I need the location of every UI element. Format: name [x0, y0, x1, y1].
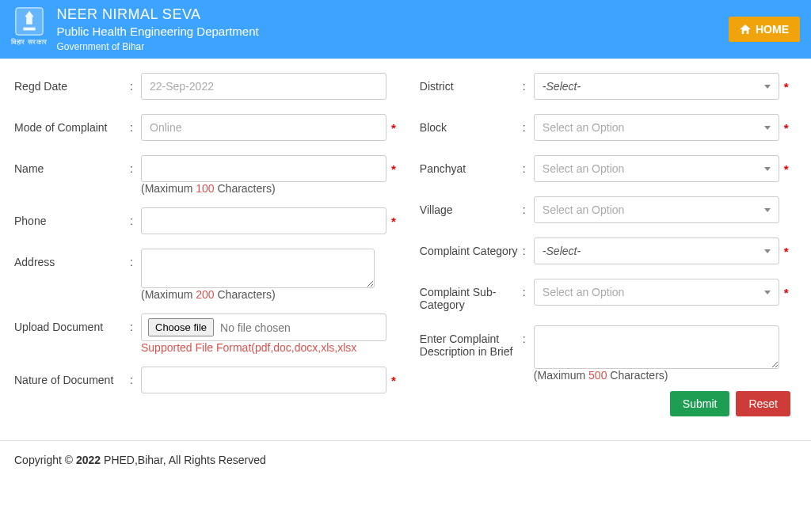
block-select[interactable]: Select an Option: [534, 114, 779, 141]
required-marker: *: [391, 374, 396, 387]
panchyat-select[interactable]: Select an Option: [534, 155, 779, 182]
label-regd-date: Regd Date: [14, 73, 130, 93]
dept-name: Public Health Engineering Department: [57, 25, 259, 38]
app-header: बिहार सरकार NEER NIRMAL SEVA Public Heal…: [0, 0, 811, 59]
name-field[interactable]: [141, 155, 386, 182]
complaint-form: Regd Date : Mode of Complaint : * Name :…: [0, 59, 811, 440]
village-select[interactable]: Select an Option: [534, 196, 779, 223]
gov-logo: बिहार सरकार: [11, 6, 48, 47]
label-mode: Mode of Complaint: [14, 114, 130, 134]
reset-button[interactable]: Reset: [736, 391, 790, 416]
subcategory-select[interactable]: Select an Option: [534, 279, 779, 306]
desc-hint: (Maximum 500 Characters): [534, 369, 797, 382]
label-name: Name: [14, 155, 130, 175]
required-marker: *: [391, 215, 396, 228]
label-phone: Phone: [14, 207, 130, 227]
file-chosen-text: No file chosen: [220, 321, 291, 334]
nature-field[interactable]: [141, 367, 386, 393]
label-block: Block: [420, 114, 523, 134]
label-desc: Enter Complaint Description in Brief: [420, 325, 523, 358]
required-marker: *: [784, 80, 789, 93]
regd-date-field: [141, 73, 386, 100]
file-format-hint: Supported File Format(pdf,doc,docx,xls,x…: [141, 341, 396, 354]
app-title: NEER NIRMAL SEVA: [57, 6, 259, 23]
label-category: Complaint Category: [420, 238, 523, 257]
required-marker: *: [784, 162, 789, 176]
label-panchyat: Panchyat: [420, 155, 523, 175]
required-marker: *: [391, 121, 396, 135]
label-village: Village: [420, 196, 523, 216]
description-field[interactable]: [534, 325, 779, 369]
gov-name: Government of Bihar: [57, 41, 259, 52]
choose-file-button[interactable]: Choose file: [148, 318, 214, 336]
required-marker: *: [784, 121, 789, 135]
logo-caption: बिहार सरकार: [11, 38, 48, 47]
required-marker: *: [391, 162, 396, 176]
home-icon: [740, 25, 751, 34]
category-select[interactable]: -Select-: [534, 238, 779, 264]
phone-field[interactable]: [141, 207, 386, 234]
svg-rect-1: [23, 28, 35, 31]
label-district: District: [420, 73, 523, 93]
district-select[interactable]: -Select-: [534, 73, 779, 100]
label-address: Address: [14, 249, 130, 268]
required-marker: *: [784, 245, 789, 258]
address-field[interactable]: [141, 249, 375, 288]
required-marker: *: [784, 286, 789, 299]
label-upload: Upload Document: [14, 314, 130, 333]
home-button[interactable]: HOME: [729, 17, 800, 42]
submit-button[interactable]: Submit: [670, 391, 730, 416]
file-upload[interactable]: Choose file No file chosen: [141, 314, 386, 341]
name-hint: (Maximum 100 Characters): [141, 182, 396, 195]
address-hint: (Maximum 200 Characters): [141, 288, 396, 301]
state-emblem-icon: [14, 6, 44, 36]
label-nature: Nature of Document: [14, 367, 130, 386]
footer: Copyright © 2022 PHED,Bihar, All Rights …: [0, 440, 811, 479]
home-label: HOME: [756, 23, 789, 36]
label-subcategory: Complaint Sub-Category: [420, 279, 523, 311]
mode-field: [141, 114, 386, 141]
